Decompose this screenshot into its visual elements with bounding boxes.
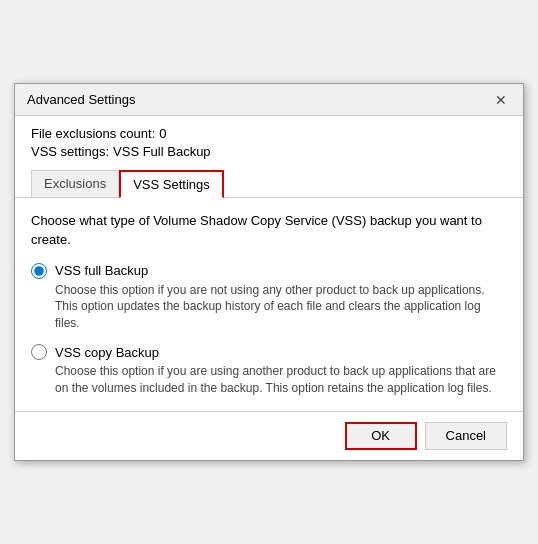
close-button[interactable]: ✕ (491, 90, 511, 110)
ok-button[interactable]: OK (345, 422, 417, 450)
vss-settings-label: VSS settings: (31, 144, 109, 159)
cancel-button[interactable]: Cancel (425, 422, 507, 450)
exclusions-count-value: 0 (159, 126, 166, 141)
vss-copy-label[interactable]: VSS copy Backup (55, 345, 159, 360)
vss-copy-backup-option: VSS copy Backup Choose this option if yo… (31, 344, 507, 397)
vss-full-label[interactable]: VSS full Backup (55, 263, 148, 278)
vss-full-description: Choose this option if you are not using … (55, 282, 507, 332)
tab-exclusions-label: Exclusions (44, 176, 106, 191)
exclusions-count-label: File exclusions count: (31, 126, 155, 141)
vss-description: Choose what type of Volume Shadow Copy S… (31, 212, 507, 248)
vss-full-radio[interactable] (31, 263, 47, 279)
title-bar: Advanced Settings ✕ (15, 84, 523, 116)
info-section: File exclusions count: 0 VSS settings: V… (15, 116, 523, 165)
tab-exclusions[interactable]: Exclusions (31, 170, 119, 198)
vss-copy-radio[interactable] (31, 344, 47, 360)
vss-full-header: VSS full Backup (31, 263, 507, 279)
vss-options: VSS full Backup Choose this option if yo… (31, 263, 507, 397)
vss-settings-row: VSS settings: VSS Full Backup (31, 144, 507, 159)
tab-vss-settings[interactable]: VSS Settings (119, 170, 224, 198)
dialog-title: Advanced Settings (27, 92, 135, 107)
exclusions-count-row: File exclusions count: 0 (31, 126, 507, 141)
vss-full-backup-option: VSS full Backup Choose this option if yo… (31, 263, 507, 332)
vss-settings-value: VSS Full Backup (113, 144, 211, 159)
tab-content-vss: Choose what type of Volume Shadow Copy S… (15, 198, 523, 410)
vss-copy-header: VSS copy Backup (31, 344, 507, 360)
advanced-settings-dialog: Advanced Settings ✕ File exclusions coun… (14, 83, 524, 460)
tabs-bar: Exclusions VSS Settings (15, 169, 523, 198)
tab-vss-settings-label: VSS Settings (133, 177, 210, 192)
vss-copy-description: Choose this option if you are using anot… (55, 363, 507, 397)
dialog-footer: OK Cancel (15, 411, 523, 460)
